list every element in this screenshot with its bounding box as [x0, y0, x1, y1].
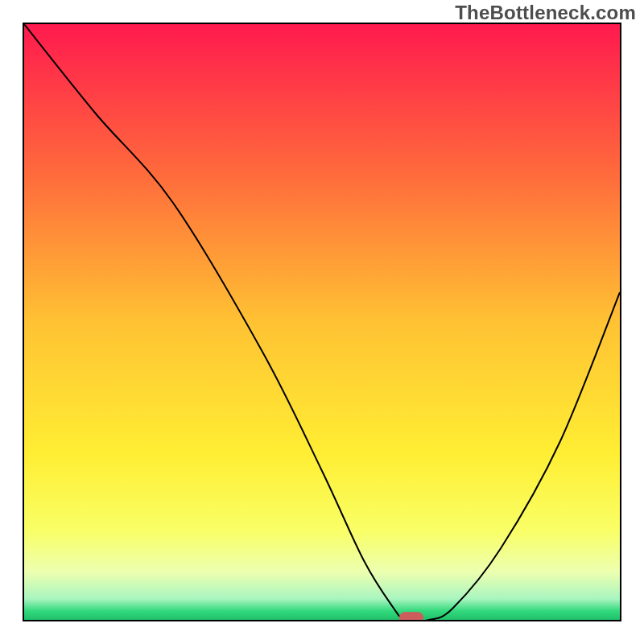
optimal-marker [399, 612, 423, 621]
bottleneck-curve [24, 24, 620, 620]
watermark-text: TheBottleneck.com [455, 2, 636, 24]
curve-layer [24, 24, 620, 620]
chart-frame: TheBottleneck.com [0, 0, 644, 644]
plot-area [23, 23, 621, 621]
